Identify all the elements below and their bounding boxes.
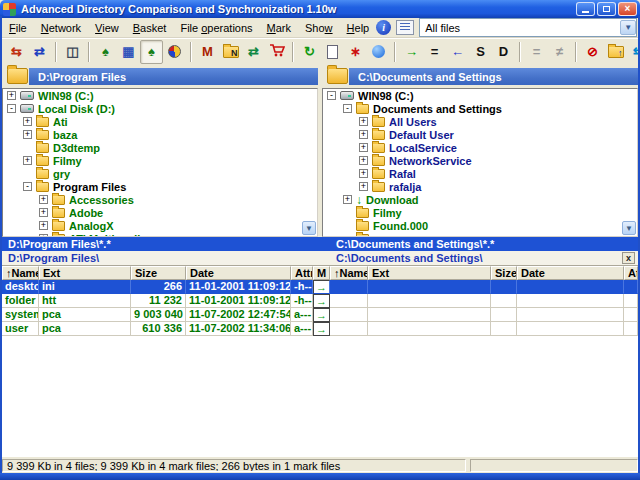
- menu-show[interactable]: Show: [298, 19, 340, 37]
- mark-files-button[interactable]: M: [196, 40, 219, 64]
- expand-icon[interactable]: +: [359, 143, 368, 152]
- network-globe-button[interactable]: [367, 40, 390, 64]
- tree-item-filmy[interactable]: Filmy: [323, 206, 637, 219]
- collapse-icon[interactable]: -: [7, 104, 16, 113]
- column-header-left-name[interactable]: ↑Name: [2, 266, 39, 280]
- tree-item-adobe[interactable]: +Adobe: [3, 206, 317, 219]
- show-table-button[interactable]: ▦: [117, 40, 140, 64]
- file-row-user[interactable]: userpca610 33611-07-2002 11:34:06a---→: [2, 322, 638, 336]
- copy-right-button[interactable]: →: [400, 40, 423, 64]
- tree-item-win98-c-[interactable]: -WIN98 (C:): [323, 89, 637, 102]
- minimize-button[interactable]: [576, 2, 595, 16]
- close-button[interactable]: ×: [618, 2, 637, 16]
- show-right-tree-button[interactable]: ♠: [140, 40, 163, 64]
- info-icon[interactable]: i: [376, 20, 391, 35]
- dest-button[interactable]: D: [492, 40, 515, 64]
- column-header-right-name[interactable]: ↑Name: [330, 266, 368, 280]
- file-row-system[interactable]: systempca9 003 04011-07-2002 12:47:54a--…: [2, 308, 638, 322]
- tree-item-accessories[interactable]: +Accessories: [3, 193, 317, 206]
- show-left-tree-button[interactable]: ♠: [94, 40, 117, 64]
- tree-item-localservice[interactable]: +LocalService: [323, 141, 637, 154]
- column-header-left-attr[interactable]: Attr: [291, 266, 313, 280]
- expand-icon[interactable]: +: [7, 91, 16, 100]
- tree-item-networkservice[interactable]: +NetworkService: [323, 154, 637, 167]
- menu-help[interactable]: Help: [340, 19, 377, 37]
- column-header-right-attr[interactable]: Attr: [624, 266, 638, 280]
- tree-item-analogx[interactable]: +AnalogX: [3, 219, 317, 232]
- column-header-right-size[interactable]: Size: [491, 266, 517, 280]
- list-properties-icon[interactable]: [396, 20, 414, 35]
- tree-item-rafal[interactable]: +Rafal: [323, 167, 637, 180]
- source-button[interactable]: S: [469, 40, 492, 64]
- column-header-left-m[interactable]: M: [313, 266, 330, 280]
- no-filter-button[interactable]: ⊘: [581, 40, 604, 64]
- split-view-button[interactable]: ◫: [61, 40, 84, 64]
- expand-icon[interactable]: +: [39, 195, 48, 204]
- column-header-left-ext[interactable]: Ext: [39, 266, 131, 280]
- menu-network[interactable]: Network: [34, 19, 88, 37]
- expand-icon[interactable]: +: [39, 208, 48, 217]
- tree-item-documents-and-settings[interactable]: -Documents and Settings: [323, 102, 637, 115]
- collapse-icon[interactable]: -: [23, 182, 32, 191]
- swap-panels-button[interactable]: ⇄: [242, 40, 265, 64]
- equal-files-button[interactable]: =: [423, 40, 446, 64]
- column-header-left-date[interactable]: Date: [186, 266, 291, 280]
- collapse-icon[interactable]: -: [343, 104, 352, 113]
- copy-left-button[interactable]: ←: [446, 40, 469, 64]
- expand-icon[interactable]: +: [359, 182, 368, 191]
- menu-view[interactable]: View: [88, 19, 126, 37]
- column-header-left-size[interactable]: Size: [131, 266, 186, 280]
- menu-file[interactable]: File: [2, 19, 34, 37]
- not-equal-button[interactable]: ≠: [548, 40, 571, 64]
- expand-icon[interactable]: +: [359, 130, 368, 139]
- expand-icon[interactable]: +: [23, 117, 32, 126]
- tree-item-d3dtemp[interactable]: D3dtemp: [3, 141, 317, 154]
- column-header-right-ext[interactable]: Ext: [368, 266, 491, 280]
- scroll-down-button[interactable]: ▼: [622, 221, 636, 235]
- compare-directories-button[interactable]: ⇆: [5, 40, 28, 64]
- folder-icon: [372, 156, 385, 166]
- tree-item-rafalja[interactable]: +rafalja: [323, 180, 637, 193]
- expand-icon[interactable]: +: [23, 156, 32, 165]
- expand-icon[interactable]: +: [23, 130, 32, 139]
- filter-asterisk-button[interactable]: ∗: [344, 40, 367, 64]
- pie-chart-button[interactable]: [163, 40, 186, 64]
- tree-item-ati[interactable]: +Ati: [3, 115, 317, 128]
- collapse-icon[interactable]: -: [327, 91, 336, 100]
- tree-item-all-users[interactable]: +All Users: [323, 115, 637, 128]
- expand-icon[interactable]: +: [343, 195, 352, 204]
- close-result-icon[interactable]: x: [622, 252, 635, 264]
- report-document-button[interactable]: [321, 40, 344, 64]
- new-folder-button[interactable]: N: [219, 40, 242, 64]
- chevron-down-icon[interactable]: ▼: [620, 20, 636, 35]
- expand-icon[interactable]: +: [359, 156, 368, 165]
- expand-icon[interactable]: +: [39, 221, 48, 230]
- expand-icon[interactable]: +: [359, 169, 368, 178]
- file-filter-combo[interactable]: All files ▼: [419, 18, 637, 37]
- tree-item-download[interactable]: +↓Download: [323, 193, 637, 206]
- tree-item-filmy[interactable]: +Filmy: [3, 154, 317, 167]
- menu-basket[interactable]: Basket: [126, 19, 174, 37]
- tree-item-local-disk-d-[interactable]: -Local Disk (D:): [3, 102, 317, 115]
- tree-item-default-user[interactable]: +Default User: [323, 128, 637, 141]
- expand-icon[interactable]: +: [359, 117, 368, 126]
- tree-item-baza[interactable]: +baza: [3, 128, 317, 141]
- menu-file-operations[interactable]: File operations: [173, 19, 259, 37]
- equal-gray-button[interactable]: =: [525, 40, 548, 64]
- tab-left-path[interactable]: D:\Program Files\: [8, 252, 99, 264]
- folder-up-button[interactable]: ↑: [604, 40, 627, 64]
- file-row-folder[interactable]: folderhtt11 23211-01-2001 11:09:12-h--→: [2, 294, 638, 308]
- synchronize-directories-button[interactable]: ⇄: [28, 40, 51, 64]
- tree-item-found-000[interactable]: Found.000: [323, 219, 637, 232]
- column-header-right-date[interactable]: Date: [517, 266, 624, 280]
- tree-item-win98-c-[interactable]: +WIN98 (C:): [3, 89, 317, 102]
- menu-mark[interactable]: Mark: [260, 19, 298, 37]
- tree-item-program-files[interactable]: -Program Files: [3, 180, 317, 193]
- refresh-button[interactable]: ↻: [298, 40, 321, 64]
- tree-item-gry[interactable]: gry: [3, 167, 317, 180]
- scroll-down-button[interactable]: ▼: [302, 221, 316, 235]
- tab-right-path[interactable]: C:\Documents and Settings\: [336, 252, 483, 264]
- restore-button[interactable]: [597, 2, 616, 16]
- file-row-desktop[interactable]: desktopini26611-01-2001 11:09:12-h--→: [2, 280, 638, 294]
- basket-cart-button[interactable]: [265, 40, 288, 64]
